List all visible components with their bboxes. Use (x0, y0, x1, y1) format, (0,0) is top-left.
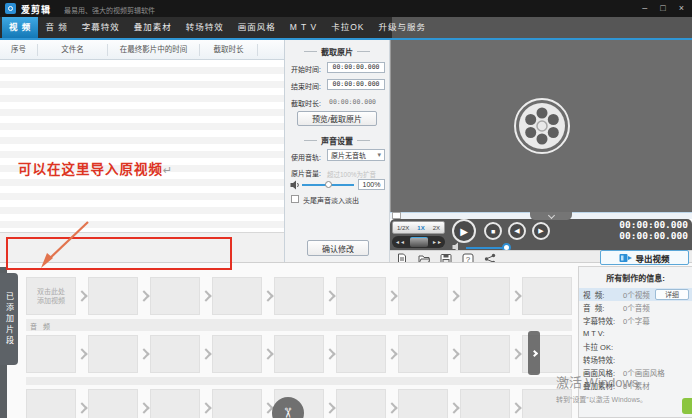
app-window: 爱剪辑 最易用、强大的视频剪辑软件 – □ × 视 频 音 频 字幕特效 叠加素… (0, 0, 692, 418)
timeline-first-slot[interactable]: 双击此处 添加视频 (26, 277, 76, 315)
timeline-clip-slot[interactable] (150, 389, 200, 418)
app-subtitle: 最易用、强大的视频剪辑软件 (64, 5, 155, 15)
player-volume-track[interactable] (466, 247, 506, 249)
collapse-handle[interactable] (530, 212, 572, 220)
info-row-audio: 音 频:0个音频 (579, 301, 692, 314)
timeline-clip-slot[interactable] (460, 277, 510, 315)
prev-frame-button[interactable]: ◀ (508, 222, 526, 240)
chevron-right-icon (530, 349, 537, 356)
prev-icon: ◀ (514, 227, 519, 235)
detail-button[interactable]: 详细 (655, 289, 689, 300)
timeline-clip-slot[interactable] (460, 389, 510, 418)
fade-checkbox[interactable] (291, 195, 299, 203)
close-button[interactable]: × (679, 2, 684, 14)
tab-mtv[interactable]: M T V (283, 17, 324, 38)
timeline-clip-slot[interactable] (88, 389, 138, 418)
tutorial-annotation: 可以在这里导入原视频↵ (18, 158, 173, 178)
chevron-right-icon (448, 277, 460, 315)
speed-double[interactable]: 2X (433, 225, 440, 231)
chevron-right-icon (448, 389, 460, 418)
stop-button[interactable]: ■ (484, 222, 502, 240)
time-display: 00:00:00.000 00:00:00.000 (560, 220, 688, 241)
tab-picture-style[interactable]: 画面风格 (231, 17, 283, 38)
speaker-icon (290, 180, 300, 190)
timeline-clip-slot[interactable] (398, 335, 448, 373)
tab-upgrade-service[interactable]: 升级与服务 (371, 17, 433, 38)
tab-transition-effects[interactable]: 转场特效 (179, 17, 231, 38)
seek-knob[interactable] (392, 212, 401, 219)
timeline-clip-slot[interactable] (150, 277, 200, 315)
timeline-clip-slot[interactable] (26, 389, 76, 418)
chevron-right-icon (386, 389, 398, 418)
end-time-input[interactable]: 00:00:00.000 (327, 79, 385, 90)
tab-video[interactable]: 视 频 (2, 17, 38, 38)
chevron-right-icon (386, 277, 398, 315)
jog-wheel[interactable]: ◄◄ ►► (392, 236, 445, 248)
minimize-button[interactable]: – (642, 2, 647, 14)
tab-audio[interactable]: 音 频 (38, 17, 74, 38)
audio-track-band: 音 频 (26, 319, 572, 331)
timeline-clip-slot[interactable] (88, 335, 138, 373)
fade-checkbox-label: 头尾声音淡入淡出 (303, 195, 359, 205)
timeline-clip-slot[interactable] (212, 277, 262, 315)
audio-track-label: 音 频 (30, 321, 52, 331)
timeline-clip-slot[interactable] (336, 277, 386, 315)
maximize-button[interactable]: □ (660, 2, 665, 14)
timeline-clip-slot[interactable] (26, 335, 76, 373)
timeline-clip-slot[interactable] (522, 277, 572, 315)
start-time-label: 开始时间: (291, 64, 321, 74)
tab-karaoke[interactable]: 卡拉OK (324, 17, 371, 38)
jog-rewind-icon: ◄◄ (395, 239, 405, 245)
chevron-right-icon (324, 389, 336, 418)
timeline-clip-slot[interactable] (522, 389, 572, 418)
tab-subtitle-effects[interactable]: 字幕特效 (75, 17, 127, 38)
timeline-video-track: 双击此处 添加视频 (26, 277, 572, 315)
film-reel-icon (512, 96, 572, 156)
audio-track-select[interactable]: 原片无音轨 ▾ (327, 149, 385, 161)
jog-forward-icon: ►► (432, 239, 442, 245)
crop-section-title: 截取原片 (285, 46, 389, 57)
added-clips-tab[interactable]: 已添加片段 (0, 273, 18, 365)
timeline-clip-slot[interactable] (150, 335, 200, 373)
timeline-scroll-right-button[interactable] (528, 331, 540, 375)
timeline-clip-slot[interactable] (212, 389, 262, 418)
speed-normal[interactable]: 1X (417, 225, 424, 231)
timeline-clip-slot[interactable] (274, 335, 324, 373)
chevron-right-icon (324, 335, 336, 373)
volume-slider-knob[interactable] (325, 181, 332, 188)
volume-value-box[interactable]: 100% (358, 179, 385, 190)
scissors-icon: ✂ (280, 407, 296, 418)
info-row-transition: 转场特效: (579, 353, 692, 366)
speed-half[interactable]: 1/2X (397, 225, 409, 231)
timeline-clip-slot[interactable] (336, 389, 386, 418)
info-row-subtitle: 字幕特效:0个字幕 (579, 314, 692, 327)
timeline-clip-slot[interactable] (460, 335, 510, 373)
corner-green-widget[interactable] (682, 398, 692, 414)
crop-duration-label: 截取时长: (291, 98, 321, 108)
tab-overlay-material[interactable]: 叠加素材 (127, 17, 179, 38)
file-list-body[interactable] (0, 60, 284, 232)
export-video-button[interactable]: 导出视频 (600, 250, 689, 265)
clip-edit-panel: 截取原片 开始时间: 00:00:00.000 结束时间: 00:00:00.0… (285, 40, 390, 262)
stop-icon: ■ (491, 228, 495, 235)
start-time-input[interactable]: 00:00:00.000 (327, 62, 385, 73)
timeline-clip-slot[interactable] (212, 335, 262, 373)
chevron-right-icon (76, 335, 88, 373)
speed-selector: 1/2X 1X 2X (392, 221, 445, 234)
volume-label: 原片音量: (291, 168, 321, 178)
jog-knob[interactable] (410, 237, 428, 247)
timeline-clip-slot[interactable] (398, 389, 448, 418)
timeline-clip-slot[interactable] (398, 277, 448, 315)
video-preview[interactable] (390, 40, 692, 212)
confirm-changes-button[interactable]: 确认修改 (307, 240, 369, 256)
next-frame-button[interactable]: ▶ (532, 222, 550, 240)
timeline-clip-slot[interactable] (88, 277, 138, 315)
timeline-clip-slot[interactable] (274, 277, 324, 315)
info-row-overlay: 叠加素材:0个素材 (579, 379, 692, 392)
timeline-clip-slot[interactable] (336, 335, 386, 373)
preview-crop-button[interactable]: 预览/截取原片 (297, 111, 377, 126)
time-total: 00:00:00.000 (560, 231, 688, 242)
chevron-right-icon (138, 389, 150, 418)
play-button[interactable]: ▶ (452, 219, 476, 243)
chevron-right-icon (200, 389, 212, 418)
